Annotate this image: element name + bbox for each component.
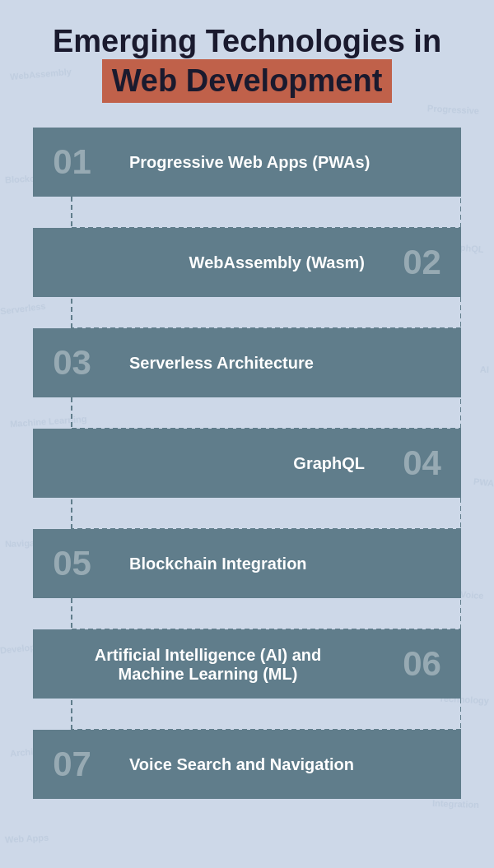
item-row-5: 05 Blockchain Integration <box>33 529 461 598</box>
title-section: Emerging Technologies in Web Development <box>33 25 461 103</box>
connector-1 <box>33 197 461 228</box>
number-box-7: 07 <box>33 730 111 799</box>
label-box-4: GraphQL <box>33 429 383 498</box>
label-box-5: Blockchain Integration <box>111 529 461 598</box>
number-box-5: 05 <box>33 529 111 598</box>
connector-svg-5 <box>33 598 461 629</box>
label-box-6: Artificial Intelligence (AI) andMachine … <box>33 629 383 699</box>
item-row-6: 06 Artificial Intelligence (AI) andMachi… <box>33 629 461 699</box>
connector-svg-1 <box>33 197 461 228</box>
connector-2 <box>33 297 461 328</box>
items-container: 01 Progressive Web Apps (PWAs) 02 WebAss… <box>33 128 461 799</box>
item-row-3: 03 Serverless Architecture <box>33 328 461 397</box>
connector-4 <box>33 498 461 529</box>
item-row-1: 01 Progressive Web Apps (PWAs) <box>33 128 461 197</box>
item-row-4: 04 GraphQL <box>33 429 461 498</box>
label-box-1: Progressive Web Apps (PWAs) <box>111 128 461 197</box>
item-row-7: 07 Voice Search and Navigation <box>33 730 461 799</box>
item-row-2: 02 WebAssembly (Wasm) <box>33 228 461 297</box>
number-box-1: 01 <box>33 128 111 197</box>
connector-6 <box>33 699 461 730</box>
label-box-3: Serverless Architecture <box>111 328 461 397</box>
connector-svg-3 <box>33 397 461 429</box>
number-box-4: 04 <box>383 429 461 498</box>
connector-3 <box>33 397 461 429</box>
page-wrapper: Emerging Technologies in Web Development… <box>0 0 494 832</box>
connector-5 <box>33 598 461 629</box>
connector-svg-2 <box>33 297 461 328</box>
number-box-2: 02 <box>383 228 461 297</box>
title-line2: Web Development <box>102 59 393 104</box>
number-box-3: 03 <box>33 328 111 397</box>
label-box-2: WebAssembly (Wasm) <box>33 228 383 297</box>
connector-svg-4 <box>33 498 461 529</box>
label-box-7: Voice Search and Navigation <box>111 730 461 799</box>
number-box-6: 06 <box>383 629 461 699</box>
connector-svg-6 <box>33 699 461 730</box>
title-line1: Emerging Technologies in <box>33 25 461 59</box>
